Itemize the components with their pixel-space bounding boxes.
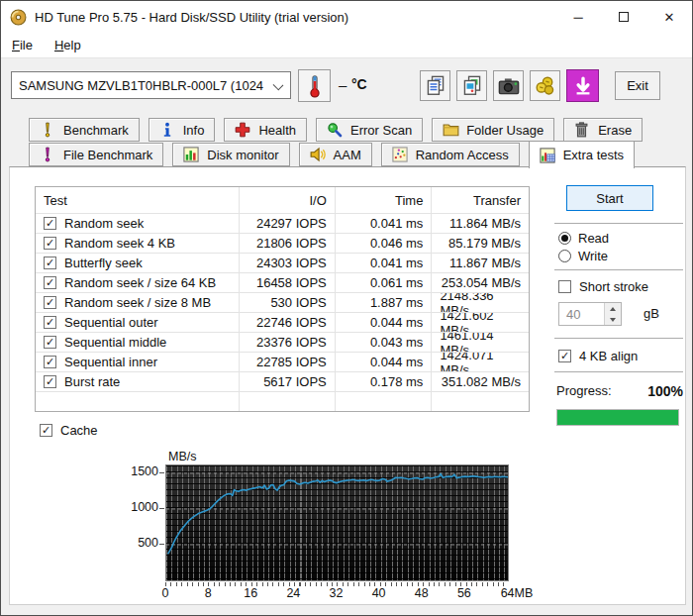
tab-label: Error Scan [350,123,412,138]
scatter-icon [392,147,409,162]
speed-chart: MB/s 150010005000816243240485664MB [10,167,687,606]
menu-file-accel: F [12,38,20,52]
menu-file-rest: ile [20,38,33,52]
extra-tests-icon [540,148,556,163]
tab-label: Health [258,123,296,138]
y-tick-label: 1000 [111,500,158,514]
copy-text-button[interactable] [420,70,450,101]
copy-image-icon [461,75,483,97]
screenshot-button[interactable] [493,70,524,101]
temperature-button[interactable] [298,69,331,102]
tab-disk-monitor[interactable]: Disk monitor [172,143,289,166]
maximize-icon [619,12,629,22]
tab-label: Benchmark [63,123,129,138]
chevron-down-icon [273,80,284,91]
temperature-unit: °C [351,76,367,92]
trash-icon [574,122,591,138]
tab-extra-tests[interactable]: Extra tests [529,141,635,168]
coins-icon [535,75,556,97]
maximize-button[interactable] [601,1,646,33]
drive-select[interactable]: SAMSUNG MZVLB1T0HBLR-000L7 (1024 [11,71,291,99]
tab-error-scan[interactable]: Error Scan [316,118,423,142]
menu-bar: File Help [1,33,692,58]
close-button[interactable]: ✕ [646,1,692,33]
tab-label: Disk monitor [207,148,278,162]
info-icon [159,122,176,138]
tab-label: File Benchmark [63,148,152,162]
window-title: HD Tune Pro 5.75 - Hard Disk/SSD Utility… [35,10,348,25]
window-bottom-strip [1,605,692,616]
app-window: HD Tune Pro 5.75 - Hard Disk/SSD Utility… [0,0,693,616]
y-tick-mark [159,508,164,509]
tab-info[interactable]: Info [148,118,216,142]
toolbar: SAMSUNG MZVLB1T0HBLR-000L7 (1024 – °C Ex… [1,58,692,116]
temperature-value: – [339,76,346,93]
exclamation-magenta-icon [40,147,56,162]
y-tick-mark [159,544,164,545]
y-tick-label: 500 [111,536,158,550]
tab-erase[interactable]: Erase [563,118,643,142]
tab-row-1: BenchmarkInfoHealthError ScanFolder Usag… [29,118,651,142]
menu-help[interactable]: Help [44,34,92,56]
tab-folder-usage[interactable]: Folder Usage [432,118,554,142]
save-results-button[interactable] [566,69,599,102]
x-tick-label: 64MB [487,586,546,600]
y-tick-mark [159,472,164,473]
y-tick-label: 1500 [111,464,158,478]
thermometer-icon [306,74,324,98]
bar-chart-icon [183,147,200,162]
tab-aam[interactable]: AAM [299,143,372,166]
speaker-icon [310,147,327,162]
health-cross-icon [235,122,251,138]
camera-icon [498,76,520,96]
chart-plot-area [165,464,509,581]
tab-benchmark[interactable]: Benchmark [29,118,140,142]
minimize-icon: ─ [573,10,582,25]
tab-label: Extra tests [563,148,624,162]
close-icon: ✕ [664,10,675,25]
tab-label: Random Access [416,148,509,162]
menu-help-rest: elp [63,38,80,52]
tab-health[interactable]: Health [224,118,307,142]
hdtune-disk-icon [10,9,27,26]
tab-row-2: File BenchmarkDisk monitorAAMRandom Acce… [29,143,644,168]
folder-icon [443,122,459,138]
menu-file[interactable]: File [1,34,44,56]
extra-tests-panel: TestI/OTimeTransfer✓Random seek24297 IOP… [9,166,686,605]
exclamation-yellow-icon [40,122,56,138]
exit-button[interactable]: Exit [615,71,660,100]
tab-label: Folder Usage [466,123,544,138]
title-bar: HD Tune Pro 5.75 - Hard Disk/SSD Utility… [1,1,692,33]
x-tick-label: 56 [435,586,494,600]
copy-image-button[interactable] [456,70,487,101]
drive-select-value: SAMSUNG MZVLB1T0HBLR-000L7 (1024 [19,78,263,93]
magnifier-icon [327,122,344,138]
y-axis-unit-label: MB/s [168,450,196,463]
tab-label: AAM [334,148,361,162]
tab-random-access[interactable]: Random Access [381,143,520,166]
coins-button[interactable] [530,70,560,101]
copy-text-icon [425,75,446,97]
download-icon [573,76,593,96]
tab-file-benchmark[interactable]: File Benchmark [29,143,163,166]
tab-label: Info [183,123,205,138]
tab-label: Erase [598,123,632,138]
minimize-button[interactable]: ─ [555,1,601,33]
menu-help-accel: H [54,38,63,52]
